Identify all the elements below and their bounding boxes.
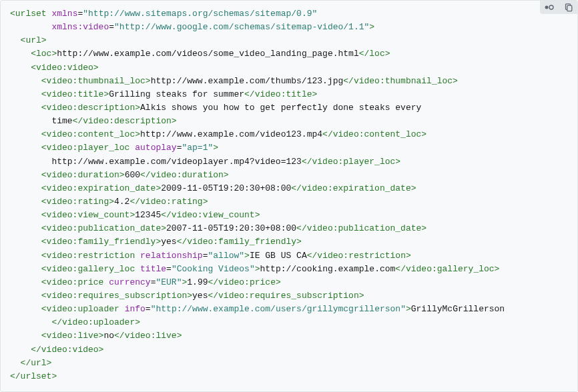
code-block: <urlset xmlns="http://www.sitemaps.org/s… [0,0,578,392]
code-line: <urlset xmlns="http://www.sitemaps.org/s… [10,7,568,21]
svg-rect-3 [567,5,571,11]
svg-point-0 [545,6,549,9]
code-line: http://www.example.com/videoplayer.mp4?v… [10,155,568,169]
code-line: <video:live>no</video:live> [10,329,568,343]
code-line: <video:restriction relationship="allow">… [10,249,568,263]
code-line: <video:thumbnail_loc>http://www.example.… [10,75,568,88]
code-line: </url> [10,357,568,370]
svg-point-1 [549,5,553,9]
code-line: <video:rating>4.2</video:rating> [10,195,568,209]
code-line: </urlset> [10,370,568,383]
code-line: time</video:description> [10,115,568,128]
code-toolbar [540,1,577,14]
code-line: <video:publication_date>2007-11-05T19:20… [10,222,568,235]
copy-button[interactable] [559,1,577,14]
code-line: <video:expiration_date>2009-11-05T19:20:… [10,182,568,195]
code-line: <video:requires_subscription>yes</video:… [10,289,568,303]
code-line: <loc>http://www.example.com/videos/some_… [10,47,568,61]
code-line: <video:title>Grilling steaks for summer<… [10,88,568,101]
code-line: <video:family_friendly>yes</video:family… [10,235,568,249]
code-line: </video:uploader> [10,316,568,329]
code-line: <url> [10,34,568,47]
code-line: <video:duration>600</video:duration> [10,169,568,182]
code-line: <video:uploader info="http://www.example… [10,303,568,316]
toggle-theme-button[interactable] [540,1,559,14]
code-line: <video:content_loc>http://www.example.co… [10,128,568,141]
code-line: </video:video> [10,343,568,357]
copy-icon [564,3,573,12]
toggle-icon [544,4,555,11]
code-line: <video:video> [10,61,568,75]
code-line: <video:price currency="EUR">1.99</video:… [10,276,568,289]
code-line: <video:view_count>12345</video:view_coun… [10,209,568,222]
code-line: <video:player_loc autoplay="ap=1"> [10,141,568,155]
code-line: xmlns:video="http://www.google.com/schem… [10,21,568,34]
code-line: <video:description>Alkis shows you how t… [10,101,568,115]
code-line: <video:gallery_loc title="Cooking Videos… [10,263,568,276]
